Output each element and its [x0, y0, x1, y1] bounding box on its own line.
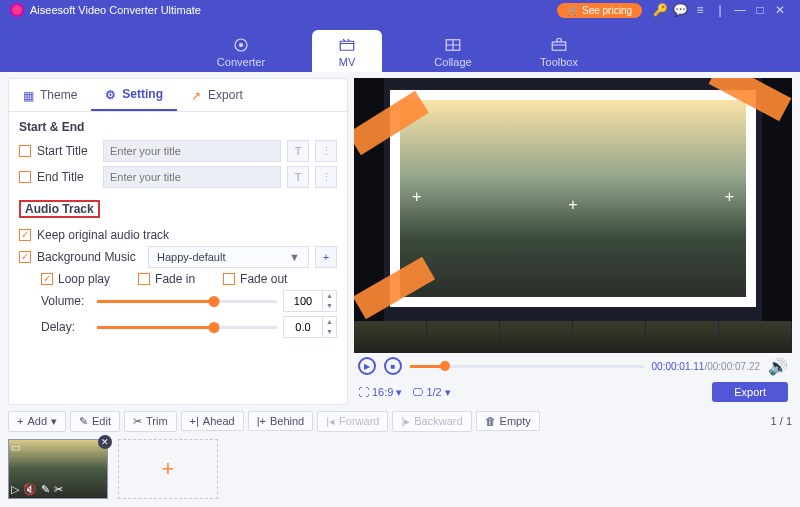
settings-tabs: ▦Theme ⚙Setting ↗Export: [9, 79, 347, 112]
nav-converter[interactable]: Converter: [206, 36, 276, 72]
section-audio-track: Audio Track: [19, 200, 100, 218]
volume-icon[interactable]: 🔊: [768, 357, 788, 376]
converter-icon: [230, 36, 252, 54]
keep-original-audio-checkbox[interactable]: [19, 229, 31, 241]
end-title-checkbox[interactable]: [19, 171, 31, 183]
start-title-label: Start Title: [37, 144, 97, 158]
crop-handle[interactable]: +: [568, 196, 577, 214]
maximize-button[interactable]: □: [750, 3, 770, 17]
delay-label: Delay:: [41, 320, 91, 334]
start-title-text-button[interactable]: T: [287, 140, 309, 162]
tab-setting[interactable]: ⚙Setting: [91, 79, 177, 111]
start-title-style-button[interactable]: ⋮: [315, 140, 337, 162]
fade-in-checkbox[interactable]: [138, 273, 150, 285]
key-icon[interactable]: 🔑: [650, 3, 670, 17]
end-title-label: End Title: [37, 170, 97, 184]
nav-toolbox[interactable]: Toolbox: [524, 36, 594, 72]
delay-stepper[interactable]: ▲▼: [283, 316, 337, 338]
end-title-input[interactable]: [103, 166, 281, 188]
main-nav: Converter MV Collage Toolbox: [0, 20, 800, 72]
stop-button[interactable]: ■: [384, 357, 402, 375]
forward-button[interactable]: |◂Forward: [317, 411, 388, 432]
aspect-ratio-dropdown[interactable]: ⛶16:9▾: [358, 386, 402, 399]
see-pricing-button[interactable]: 🛒See pricing: [557, 3, 642, 18]
crop-handle[interactable]: +: [412, 188, 421, 206]
background-music-checkbox[interactable]: [19, 251, 31, 263]
loop-play-checkbox[interactable]: [41, 273, 53, 285]
display-page-dropdown[interactable]: 🖵1/2▾: [412, 386, 450, 399]
export-button[interactable]: Export: [712, 382, 788, 402]
end-title-text-button[interactable]: T: [287, 166, 309, 188]
remove-clip-button[interactable]: ✕: [98, 435, 112, 449]
start-title-input[interactable]: [103, 140, 281, 162]
tab-export[interactable]: ↗Export: [177, 79, 257, 111]
clip-mute-icon[interactable]: 🔇: [23, 483, 37, 496]
close-button[interactable]: ✕: [770, 3, 790, 17]
app-title: Aiseesoft Video Converter Ultimate: [30, 4, 557, 16]
clip-edit-icon[interactable]: ✎: [41, 483, 50, 496]
timecode: 00:00:01.11/00:00:07.22: [652, 361, 760, 372]
add-button[interactable]: +Add▾: [8, 411, 66, 432]
menu-icon[interactable]: ≡: [690, 3, 710, 17]
end-title-style-button[interactable]: ⋮: [315, 166, 337, 188]
background-music-label: Background Music: [37, 250, 142, 264]
feedback-icon[interactable]: 💬: [670, 3, 690, 17]
app-logo: [10, 3, 24, 17]
plus-icon: +: [17, 415, 23, 427]
collage-icon: [442, 36, 464, 54]
crop-handle[interactable]: +: [725, 188, 734, 206]
theme-icon: ▦: [23, 89, 35, 101]
nav-mv[interactable]: MV: [312, 30, 382, 72]
tab-theme[interactable]: ▦Theme: [9, 79, 91, 111]
minimize-button[interactable]: —: [730, 3, 750, 17]
theme-badge-icon: ▭: [11, 442, 20, 453]
play-button[interactable]: ▶: [358, 357, 376, 375]
svg-rect-4: [552, 42, 566, 50]
volume-stepper[interactable]: ▲▼: [283, 290, 337, 312]
trash-icon: 🗑: [485, 415, 496, 427]
scissors-icon: ✂: [133, 415, 142, 428]
add-clip-button[interactable]: +: [118, 439, 218, 499]
ahead-button[interactable]: +|Ahead: [181, 411, 244, 431]
start-title-checkbox[interactable]: [19, 145, 31, 157]
trim-button[interactable]: ✂Trim: [124, 411, 177, 432]
preview-panel: + + + ▶ ■ 00:00:01.11/00:00:07.22 🔊 ⛶16:…: [354, 78, 792, 405]
delay-slider[interactable]: [97, 326, 277, 329]
volume-label: Volume:: [41, 294, 91, 308]
clip-toolbar: +Add▾ ✎Edit ✂Trim +|Ahead |+Behind |◂For…: [8, 409, 792, 433]
svg-rect-2: [340, 41, 354, 50]
titlebar: Aiseesoft Video Converter Ultimate 🛒See …: [0, 0, 800, 20]
display-icon: 🖵: [412, 386, 423, 398]
divider-icon: |: [710, 3, 730, 17]
mv-icon: [336, 36, 358, 54]
behind-button[interactable]: |+Behind: [248, 411, 314, 431]
backward-button[interactable]: |▸Backward: [392, 411, 471, 432]
background-music-dropdown[interactable]: Happy-default▼: [148, 246, 309, 268]
timeline-strip[interactable]: [354, 321, 792, 353]
empty-button[interactable]: 🗑Empty: [476, 411, 540, 431]
video-preview[interactable]: + + +: [354, 78, 792, 353]
clip-thumbnail[interactable]: ▭ ✕ ▷ 🔇 ✎ ✂: [8, 439, 108, 499]
gear-icon: ⚙: [105, 88, 117, 100]
settings-panel: ▦Theme ⚙Setting ↗Export Start & End Star…: [8, 78, 348, 405]
fade-out-checkbox[interactable]: [223, 273, 235, 285]
chevron-down-icon: ▼: [289, 251, 300, 263]
add-music-button[interactable]: +: [315, 246, 337, 268]
aspect-icon: ⛶: [358, 386, 369, 398]
clip-trim-icon[interactable]: ✂: [54, 483, 63, 496]
keep-original-audio-label: Keep original audio track: [37, 228, 169, 242]
toolbox-icon: [548, 36, 570, 54]
seek-slider[interactable]: [410, 365, 644, 368]
pager: 1 / 1: [771, 415, 792, 427]
export-icon: ↗: [191, 89, 203, 101]
clip-area: +Add▾ ✎Edit ✂Trim +|Ahead |+Behind |◂For…: [8, 409, 792, 499]
wand-icon: ✎: [79, 415, 88, 428]
edit-button[interactable]: ✎Edit: [70, 411, 120, 432]
nav-collage[interactable]: Collage: [418, 36, 488, 72]
section-start-end: Start & End: [19, 120, 337, 134]
clip-play-icon[interactable]: ▷: [11, 483, 19, 496]
svg-point-1: [240, 44, 243, 47]
volume-slider[interactable]: [97, 300, 277, 303]
